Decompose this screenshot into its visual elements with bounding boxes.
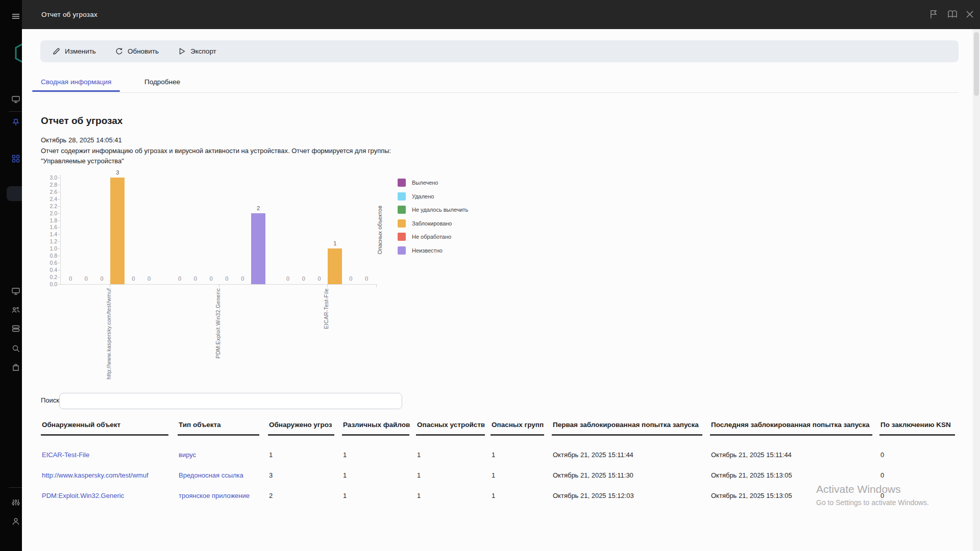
table-cell-link[interactable]: http://www.kaspersky.com/test/wmuf <box>42 471 149 479</box>
table-cell: 2 <box>269 492 273 499</box>
table-cell: 0 <box>880 451 884 459</box>
sidebar-active-item[interactable] <box>7 186 22 201</box>
table-cell: 1 <box>417 451 421 459</box>
table-cell: Октябрь 21, 2025 15:11:30 <box>553 471 633 479</box>
table-cell-link[interactable]: троянское приложение <box>179 492 250 499</box>
y-axis-tick-mark <box>58 213 60 214</box>
y-axis-tick-mark <box>58 199 60 199</box>
dashboard-grid-icon[interactable] <box>12 155 21 164</box>
devices-icon[interactable] <box>12 287 21 296</box>
column-header-underline <box>178 434 259 436</box>
table-cell: 1 <box>343 471 347 479</box>
table-cell-link[interactable]: вирус <box>179 451 196 459</box>
y-axis-tick-mark <box>58 220 60 221</box>
y-axis-tick-label: 1.4 <box>49 231 57 237</box>
bar-zero-label: 0 <box>314 276 325 282</box>
y-axis-tick-mark <box>58 185 60 185</box>
table-cell: Октябрь 21, 2025 15:11:44 <box>553 451 633 459</box>
bar-value-label: 2 <box>252 205 264 211</box>
bar-zero-label: 0 <box>175 276 185 282</box>
scrollbar-thumb[interactable] <box>974 32 979 96</box>
bar-Заблокировано <box>110 178 125 284</box>
search-icon[interactable] <box>12 344 21 354</box>
legend-color-swatch <box>398 233 406 241</box>
table-cell: 1 <box>492 492 495 499</box>
column-header-underline <box>710 434 872 436</box>
column-header-underline <box>491 434 544 436</box>
tab-summary-info[interactable]: Сводная информация <box>41 78 111 86</box>
y-axis-tick-label: 2.2 <box>49 203 57 209</box>
y-axis-tick-mark <box>58 270 60 270</box>
column-header: Обнаруженный объект <box>42 421 120 429</box>
y-axis-tick-label: 1.8 <box>49 217 57 223</box>
account-icon[interactable] <box>12 517 21 527</box>
table-cell: 1 <box>417 492 421 499</box>
bar-value-label: 1 <box>329 240 341 246</box>
legend-item-label: Удалено <box>412 193 434 199</box>
legend-item-label: Не удалось вылечить <box>412 207 468 213</box>
column-header: По заключению KSN <box>880 421 951 429</box>
x-axis-tick-mark <box>327 284 328 287</box>
legend-item-label: Неизвестно <box>412 247 443 254</box>
legend-color-swatch <box>398 206 406 214</box>
monitoring-icon[interactable] <box>12 95 21 105</box>
close-icon[interactable] <box>964 9 975 20</box>
menu-hamburger-icon[interactable] <box>12 12 21 21</box>
refresh-icon <box>115 47 123 55</box>
windows-activation-watermark: Activate Windows Go to Settings to activ… <box>816 483 929 507</box>
column-header-underline <box>342 434 409 436</box>
y-axis-tick-label: 0.0 <box>49 281 57 287</box>
table-cell: 1 <box>269 451 273 459</box>
play-export-icon <box>178 47 186 55</box>
x-axis-category-label: EICAR-Test-File <box>323 288 329 329</box>
refresh-button[interactable]: Обновить <box>115 47 159 55</box>
y-axis-tick-mark <box>58 263 60 263</box>
table-cell: 3 <box>269 471 273 479</box>
edit-button[interactable]: Изменить <box>53 47 96 55</box>
column-header-underline <box>268 434 334 436</box>
y-axis-tick-mark <box>58 241 60 242</box>
y-axis-tick-mark <box>58 227 60 228</box>
search-input[interactable] <box>59 393 402 409</box>
bar-Заблокировано <box>328 248 342 284</box>
repositories-icon[interactable] <box>12 324 21 334</box>
legend-item: Вылечено <box>398 179 438 187</box>
bar-zero-label: 0 <box>97 276 107 282</box>
column-header-underline <box>416 434 485 436</box>
y-axis-tick-label: 0.2 <box>49 274 57 280</box>
table-cell: 1 <box>343 492 347 499</box>
users-icon[interactable] <box>12 306 21 315</box>
book-icon[interactable] <box>947 9 958 20</box>
export-button[interactable]: Экспорт <box>178 47 216 55</box>
bar-Неизвестно <box>251 213 265 284</box>
pin-icon[interactable] <box>12 118 21 128</box>
x-axis-category-label: PDM:Exploit.Win32.Generic <box>215 288 221 359</box>
table-cell: Октябрь 21, 2025 15:12:03 <box>553 492 634 499</box>
y-axis-tick-label: 2.4 <box>49 196 57 202</box>
flag-icon[interactable] <box>928 9 939 20</box>
column-header: Последняя заблокированная попытка запуск… <box>711 421 870 429</box>
legend-color-swatch <box>398 179 406 187</box>
table-cell: 1 <box>492 471 495 479</box>
marketplace-icon[interactable] <box>12 363 21 372</box>
table-cell: 1 <box>492 451 495 459</box>
bar-zero-label: 0 <box>128 276 138 282</box>
bar-zero-label: 0 <box>206 276 216 282</box>
y-axis-tick-label: 0.8 <box>49 253 57 259</box>
y-axis-tick-mark <box>58 192 60 192</box>
table-cell-link[interactable]: PDM:Exploit.Win32.Generic <box>42 492 124 499</box>
table-cell-link[interactable]: EICAR-Test-File <box>42 451 89 459</box>
y-axis-tick-label: 1.2 <box>49 238 57 244</box>
console-settings-icon[interactable] <box>12 498 21 508</box>
column-header-underline <box>879 434 955 436</box>
legend-item: Не удалось вылечить <box>398 206 468 214</box>
tab-details[interactable]: Подробнее <box>144 78 180 86</box>
bar-zero-label: 0 <box>346 276 356 282</box>
table-cell-link[interactable]: Вредоносная ссылка <box>179 471 243 479</box>
table-cell: Октябрь 21, 2025 15:13:05 <box>711 492 792 499</box>
bar-zero-label: 0 <box>361 276 372 282</box>
sidebar-divider <box>9 487 22 488</box>
legend-item-label: Заблокировано <box>412 220 452 227</box>
pencil-icon <box>53 47 60 55</box>
y-axis-tick-mark <box>58 206 60 207</box>
